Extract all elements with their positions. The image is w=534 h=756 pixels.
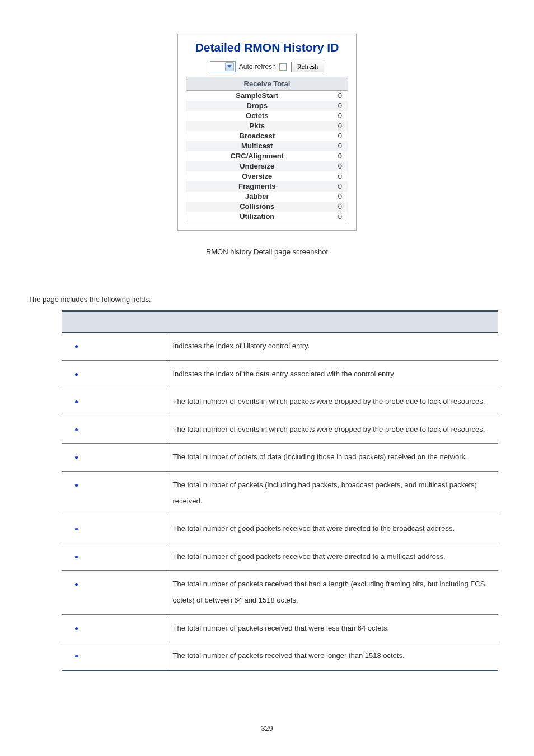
stat-value: 0 — [328, 161, 348, 171]
field-description: The total number of octets of data (incl… — [168, 444, 498, 472]
field-description: The total number of packets received tha… — [168, 571, 498, 614]
stat-value: 0 — [328, 181, 348, 192]
bullet-icon — [75, 373, 78, 376]
figure-caption: RMON history Detail page screenshot — [28, 248, 506, 256]
bullet-icon — [75, 583, 78, 586]
field-description: The total number of events in which pack… — [168, 416, 498, 444]
table-row: Utilization0 — [186, 212, 348, 222]
table-row: The total number of packets received tha… — [62, 614, 498, 642]
table-row: The total number of good packets receive… — [62, 543, 498, 571]
stat-value: 0 — [328, 171, 348, 181]
refresh-button[interactable]: Refresh — [291, 62, 324, 72]
stat-label: Jabber — [186, 192, 328, 202]
stat-label: Utilization — [186, 212, 328, 222]
table-row: Multicast0 — [186, 141, 348, 151]
stat-value: 0 — [328, 212, 348, 222]
bullet-icon — [75, 345, 78, 348]
page-number: 329 — [0, 724, 534, 732]
chevron-down-icon — [225, 62, 234, 71]
table-row: The total number of events in which pack… — [62, 388, 498, 416]
stat-value: 0 — [328, 192, 348, 202]
stat-value: 0 — [328, 141, 348, 151]
stat-value: 0 — [328, 151, 348, 161]
stat-value: 0 — [328, 202, 348, 212]
id-dropdown[interactable] — [210, 61, 236, 72]
fields-table: Indicates the index of History control e… — [62, 310, 498, 671]
auto-refresh-checkbox[interactable] — [279, 63, 287, 71]
table-row: The total number of packets (including b… — [62, 471, 498, 515]
rmon-history-detail-panel: Detailed RMON History ID Auto-refresh Re… — [177, 34, 357, 231]
field-description: Indicates the index of History control e… — [168, 333, 498, 361]
table-row: Undersize0 — [186, 161, 348, 171]
stat-label: Pkts — [186, 121, 328, 131]
field-description: The total number of good packets receive… — [168, 543, 498, 571]
table-row: The total number of octets of data (incl… — [62, 444, 498, 472]
field-description: The total number of packets (including b… — [168, 471, 498, 515]
stat-label: Oversize — [186, 171, 328, 181]
intro-text: The page includes the following fields: — [28, 295, 506, 304]
bullet-icon — [75, 484, 78, 487]
table-row: Indicates the index of the data entry as… — [62, 360, 498, 388]
bullet-icon — [75, 528, 78, 530]
table-row: CRC/Alignment0 — [186, 151, 348, 161]
table-row: The total number of events in which pack… — [62, 416, 498, 444]
panel-controls: Auto-refresh Refresh — [186, 61, 348, 72]
stat-value: 0 — [328, 101, 348, 111]
bullet-icon — [75, 556, 78, 558]
bullet-icon — [75, 428, 78, 431]
table-row: Indicates the index of History control e… — [62, 333, 498, 361]
stat-label: SampleStart — [186, 91, 328, 101]
field-description: Indicates the index of the data entry as… — [168, 360, 498, 388]
stat-label: Drops — [186, 101, 328, 111]
stat-label: Octets — [186, 111, 328, 121]
panel-title: Detailed RMON History ID — [186, 41, 348, 54]
auto-refresh-label: Auto-refresh — [239, 63, 276, 71]
table-row: The total number of packets received tha… — [62, 642, 498, 671]
table-row: Broadcast0 — [186, 131, 348, 141]
table-row: SampleStart0 — [186, 91, 348, 101]
receive-total-table: Receive Total SampleStart0 Drops0 Octets… — [186, 77, 348, 222]
field-description: The total number of good packets receive… — [168, 515, 498, 543]
stat-value: 0 — [328, 91, 348, 101]
stat-label: Fragments — [186, 181, 328, 192]
field-description: The total number of packets received tha… — [168, 614, 498, 642]
bullet-icon — [75, 627, 78, 630]
table-row: Drops0 — [186, 101, 348, 111]
stat-label: Broadcast — [186, 131, 328, 141]
table-row: Oversize0 — [186, 171, 348, 181]
table-row: Octets0 — [186, 111, 348, 121]
table-row: Pkts0 — [186, 121, 348, 131]
table-row: The total number of packets received tha… — [62, 571, 498, 614]
stat-label: Undersize — [186, 161, 328, 171]
stat-label: Multicast — [186, 141, 328, 151]
stat-label: CRC/Alignment — [186, 151, 328, 161]
stat-value: 0 — [328, 121, 348, 131]
bullet-icon — [75, 655, 78, 657]
stat-value: 0 — [328, 131, 348, 141]
bullet-icon — [75, 400, 78, 403]
table-header: Receive Total — [186, 77, 348, 91]
table-row: The total number of good packets receive… — [62, 515, 498, 543]
stat-label: Collisions — [186, 202, 328, 212]
stat-value: 0 — [328, 111, 348, 121]
field-description: The total number of packets received tha… — [168, 642, 498, 671]
field-description: The total number of events in which pack… — [168, 388, 498, 416]
table-row: Jabber0 — [186, 192, 348, 202]
bullet-icon — [75, 456, 78, 459]
table-row: Collisions0 — [186, 202, 348, 212]
table-row: Fragments0 — [186, 181, 348, 192]
